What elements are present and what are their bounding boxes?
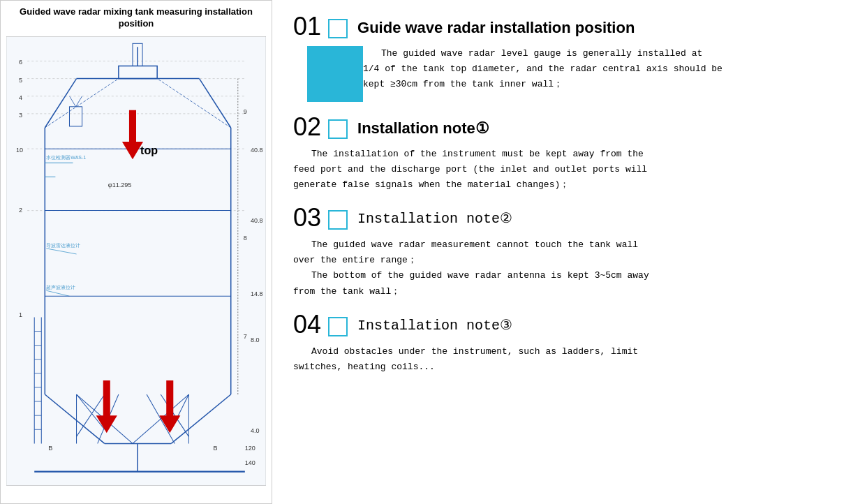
section-02-text-3: generate false signals when the material… [293, 177, 846, 193]
svg-text:4: 4 [19, 94, 22, 101]
svg-text:导波雷达液位计: 导波雷达液位计 [46, 243, 80, 249]
diagram-area: 6 5 4 3 10 2 1 40.8 40.8 14.8 8.0 4.0 12… [6, 34, 266, 488]
svg-text:140: 140 [245, 459, 255, 466]
section-03-number: 03 [293, 205, 321, 230]
svg-text:5: 5 [19, 76, 22, 83]
svg-text:1: 1 [19, 311, 22, 318]
section-02-icon [328, 119, 348, 139]
section-01-icon [328, 19, 348, 38]
section-02: 02 Installation note① The installation o… [293, 114, 846, 193]
section-01-number: 01 [293, 14, 321, 39]
svg-text:10: 10 [16, 147, 23, 154]
tank-diagram-svg: 6 5 4 3 10 2 1 40.8 40.8 14.8 8.0 4.0 12… [6, 34, 266, 488]
section-04-text-2: switches, heating coils... [293, 360, 846, 375]
section-04-icon [328, 317, 348, 336]
section-03-title: Installation note② [357, 208, 512, 228]
section-01-text-1: The guided wave radar level gauge is gen… [363, 46, 722, 61]
section-02-body: The installation of the instrument must … [293, 147, 846, 193]
svg-text:7: 7 [244, 332, 247, 339]
section-01-text-3: kept ≥30cm from the tank inner wall； [363, 77, 722, 92]
right-panel: 01 Guide wave radar installation positio… [272, 0, 867, 504]
section-03-text-3: The bottom of the guided wave radar ante… [293, 268, 846, 283]
section-04-body: Avoid obstacles under the instrument, su… [293, 344, 846, 375]
svg-text:2: 2 [19, 206, 22, 213]
svg-text:φ11.295: φ11.295 [108, 181, 131, 188]
section-03-text-4: from the tank wall； [293, 284, 846, 299]
section-02-title: Installation note① [357, 117, 489, 138]
section-01: 01 Guide wave radar installation positio… [293, 14, 846, 102]
section-03-icon [328, 210, 348, 230]
section-04-number: 04 [293, 312, 321, 337]
section-03-header: 03 Installation note② [293, 205, 846, 230]
section-02-text-2: feed port and the discharge port (the in… [293, 162, 846, 177]
section-02-text-1: The installation of the instrument must … [293, 147, 846, 162]
section-03: 03 Installation note② The guided wave ra… [293, 205, 846, 299]
section-01-text-2: 1/4 of the tank top diameter, and the ra… [363, 61, 722, 77]
svg-text:B: B [214, 445, 218, 452]
section-04: 04 Installation note③ Avoid obstacles un… [293, 312, 846, 375]
section-03-text-2: over the entire range； [293, 253, 846, 268]
svg-text:40.8: 40.8 [251, 216, 263, 223]
section-04-text-1: Avoid obstacles under the instrument, su… [293, 344, 846, 360]
svg-text:9: 9 [244, 108, 247, 115]
svg-text:top: top [140, 144, 158, 156]
section-01-body-layout: The guided wave radar level gauge is gen… [293, 43, 846, 102]
section-01-title: Guide wave radar installation position [357, 16, 635, 37]
svg-text:120: 120 [245, 445, 255, 452]
svg-text:B: B [48, 445, 52, 452]
svg-text:超声波液位计: 超声波液位计 [46, 285, 75, 290]
section-03-body: The guided wave radar measurement cannot… [293, 237, 846, 299]
section-02-number: 02 [293, 114, 321, 140]
svg-text:14.8: 14.8 [251, 290, 263, 297]
svg-text:8: 8 [244, 235, 247, 242]
section-01-blue-square [307, 46, 363, 102]
svg-text:40.8: 40.8 [251, 147, 263, 154]
svg-text:3: 3 [19, 112, 22, 119]
section-03-text-1: The guided wave radar measurement cannot… [293, 237, 846, 253]
section-01-body: The guided wave radar level gauge is gen… [363, 46, 722, 92]
diagram-title: Guided wave radar mixing tank measuring … [6, 6, 266, 30]
svg-text:水位检测器WAS-1: 水位检测器WAS-1 [46, 155, 86, 160]
section-04-header: 04 Installation note③ [293, 312, 846, 337]
section-01-header: 01 Guide wave radar installation positio… [293, 14, 846, 39]
section-04-title: Installation note③ [357, 315, 512, 334]
section-02-header: 02 Installation note① [293, 114, 846, 140]
svg-text:8.0: 8.0 [251, 336, 260, 343]
svg-text:6: 6 [19, 59, 22, 66]
svg-text:4.0: 4.0 [251, 427, 260, 434]
left-panel: Guided wave radar mixing tank measuring … [0, 0, 272, 504]
